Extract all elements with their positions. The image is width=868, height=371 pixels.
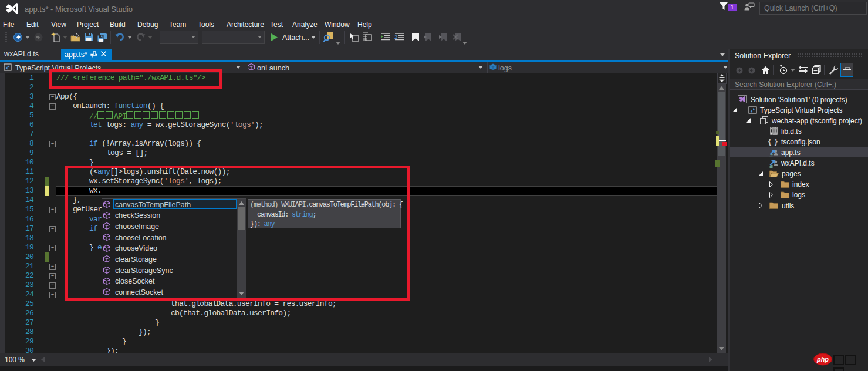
svg-text:2: 2	[394, 34, 397, 40]
svg-text:php: php	[816, 356, 829, 363]
